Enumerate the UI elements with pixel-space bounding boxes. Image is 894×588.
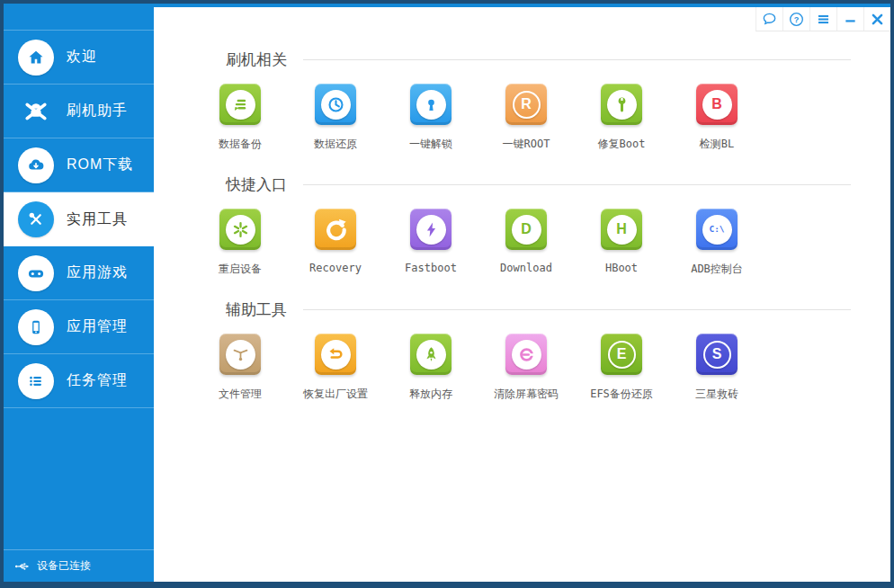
refresh-arrow-glyph — [322, 216, 350, 244]
sidebar-item-smartphone[interactable]: 应用管理 — [4, 300, 154, 354]
hamburger-menu-icon — [815, 11, 832, 28]
tool-label: ADB控制台 — [691, 262, 743, 277]
letter-r-icon: R — [505, 84, 547, 125]
sidebar-item-task-list[interactable]: 任务管理 — [4, 354, 154, 408]
section-header: 刷机相关 — [226, 49, 851, 70]
tool-chat-lines[interactable]: 数据备份 — [192, 84, 288, 152]
tool-letter-d[interactable]: DDownload — [478, 209, 574, 277]
close-icon — [869, 11, 886, 28]
sidebar-item-home[interactable]: 欢迎 — [4, 31, 154, 85]
icon-disc — [226, 90, 255, 120]
tool-label: EFS备份还原 — [590, 387, 653, 402]
letter-d-icon: D — [505, 209, 547, 250]
tool-burst[interactable]: 重启设备 — [192, 209, 288, 277]
help-button[interactable]: ? — [782, 7, 809, 31]
icon-disc: B — [702, 90, 732, 120]
tool-letter-s[interactable]: S三星救砖 — [669, 334, 764, 402]
icon-disc — [416, 90, 446, 120]
keyhole-icon — [410, 84, 451, 125]
tools-icon — [18, 201, 54, 237]
refresh-arrow-icon — [315, 209, 356, 250]
tool-zip-file[interactable]: 文件管理 — [192, 334, 288, 402]
tool-letter-r[interactable]: R一键ROOT — [478, 84, 574, 152]
tool-label: 三星救砖 — [695, 387, 738, 402]
tool-refresh-arrow[interactable]: Recovery — [288, 209, 383, 277]
sidebar-item-tools[interactable]: 实用工具 — [4, 192, 154, 246]
cloud-download-icon — [18, 147, 54, 183]
tool-wrench[interactable]: 修复Boot — [574, 84, 669, 152]
lightning-bolt-icon — [410, 209, 451, 250]
sidebar-item-label: 应用游戏 — [67, 263, 128, 282]
device-status: 设备已连接 — [4, 549, 154, 582]
tool-label: 文件管理 — [219, 387, 262, 402]
tool-label: Download — [500, 262, 552, 274]
tool-letter-e[interactable]: EEFS备份还原 — [574, 334, 669, 402]
glyph-letter: B — [711, 97, 722, 111]
tool-command-prompt[interactable]: C:\ADB控制台 — [669, 209, 764, 277]
minimize-button[interactable] — [836, 7, 863, 31]
chat-lines-icon — [219, 84, 261, 125]
close-button[interactable] — [863, 7, 890, 31]
icon-disc — [512, 340, 541, 370]
glyph-letter: H — [616, 222, 627, 236]
section-header: 快捷入口 — [226, 174, 851, 195]
icon-disc: H — [607, 215, 637, 245]
icon-disc: D — [512, 215, 541, 245]
tool-label: 一键解锁 — [409, 137, 452, 152]
section-title: 快捷入口 — [226, 174, 287, 195]
command-prompt-icon: C:\ — [696, 209, 738, 250]
icon-ring: E — [608, 341, 636, 369]
wrench-icon — [601, 84, 642, 125]
icon-disc — [321, 90, 351, 120]
icon-disc — [226, 215, 255, 245]
tool-lightning-bolt[interactable]: Fastboot — [383, 209, 478, 277]
titlebar: ? — [154, 7, 890, 31]
feedback-button[interactable] — [755, 7, 782, 31]
sidebar-item-label: 刷机助手 — [67, 102, 128, 120]
chat-bubble-icon — [761, 11, 778, 28]
tool-keyhole[interactable]: 一键解锁 — [383, 84, 478, 152]
glyph-letter: S — [712, 347, 722, 361]
tool-grid: 文件管理恢复出厂设置释放内存清除屏幕密码EEFS备份还原S三星救砖 — [192, 334, 851, 402]
tool-label: 修复Boot — [598, 137, 646, 152]
sidebar-top-pad — [4, 7, 154, 31]
smartphone-icon — [18, 309, 54, 345]
tool-label: 数据备份 — [219, 137, 262, 152]
section-divider — [303, 184, 851, 185]
section-divider — [303, 309, 851, 310]
section-divider — [303, 59, 851, 60]
icon-ring: S — [703, 341, 731, 369]
clock-icon — [315, 84, 356, 125]
letter-e-icon: E — [601, 334, 642, 375]
menu-button[interactable] — [809, 7, 836, 31]
tool-grid: 重启设备RecoveryFastbootDDownloadHHBootC:\AD… — [192, 209, 851, 277]
glyph-letter: R — [521, 97, 532, 111]
tool-letter-b[interactable]: B检测BL — [669, 84, 764, 152]
tool-undo-arrow[interactable]: 恢复出厂设置 — [288, 334, 383, 402]
sidebar-item-label: 应用管理 — [67, 317, 128, 336]
tool-rocket[interactable]: 释放内存 — [383, 334, 478, 402]
svg-text:?: ? — [794, 14, 800, 23]
glyph-letter: E — [617, 347, 627, 361]
section-header: 辅助工具 — [226, 299, 851, 320]
glyph-letter: D — [521, 222, 532, 236]
tool-screen-lock[interactable]: 清除屏幕密码 — [478, 334, 574, 402]
section-title: 辅助工具 — [226, 299, 287, 320]
sidebar-item-robot-tools[interactable]: 刷机助手 — [4, 85, 154, 138]
undo-arrow-icon — [315, 334, 356, 375]
tool-grid: 数据备份数据还原一键解锁R一键ROOT修复BootB检测BL — [192, 84, 851, 152]
icon-disc — [416, 340, 446, 370]
tool-label: 一键ROOT — [503, 137, 550, 152]
minimize-icon — [842, 11, 859, 28]
tool-label: 重启设备 — [219, 262, 262, 277]
burst-icon — [219, 209, 261, 250]
icon-ring: R — [513, 91, 541, 119]
tool-clock[interactable]: 数据还原 — [288, 84, 383, 152]
tool-label: 释放内存 — [409, 387, 452, 402]
tool-letter-h[interactable]: HHBoot — [574, 209, 669, 277]
main-panel: 刷机相关数据备份数据还原一键解锁R一键ROOT修复BootB检测BL快捷入口重启… — [154, 31, 890, 582]
sidebar-item-gamepad[interactable]: 应用游戏 — [4, 246, 154, 300]
sidebar-item-label: ROM下载 — [67, 156, 133, 174]
sidebar-item-label: 欢迎 — [67, 48, 97, 67]
sidebar-item-cloud-download[interactable]: ROM下载 — [4, 138, 154, 192]
